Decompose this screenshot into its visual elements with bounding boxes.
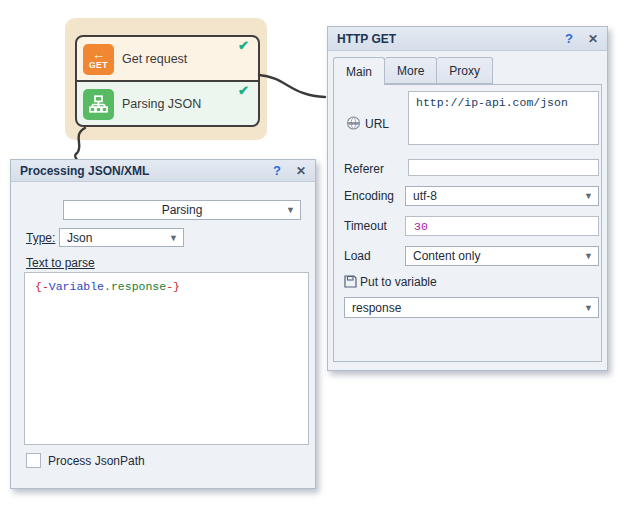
help-icon[interactable]: ? xyxy=(273,163,281,178)
code-line: {-Variable.response-} xyxy=(35,280,180,293)
tab-main[interactable]: Main xyxy=(333,57,385,85)
code-dot: . xyxy=(104,280,111,293)
caret-down-icon: ▼ xyxy=(584,251,593,261)
referer-label: Referer xyxy=(344,162,384,176)
sitemap-icon xyxy=(83,89,114,120)
mode-dropdown[interactable]: Parsing ▼ xyxy=(63,200,301,220)
close-icon[interactable]: ✕ xyxy=(588,32,598,46)
node-label: Parsing JSON xyxy=(122,82,201,125)
timeout-input[interactable]: 30 xyxy=(405,216,599,236)
text-to-parse-editor[interactable]: {-Variable.response-} xyxy=(24,272,309,445)
variable-value: response xyxy=(352,301,401,315)
panel-title: HTTP GET xyxy=(337,32,565,46)
success-check-icon: ✔ xyxy=(238,39,249,53)
success-check-icon: ✔ xyxy=(238,84,249,98)
put-to-variable-label: Put to variable xyxy=(360,275,437,289)
type-label: Type: xyxy=(26,231,55,245)
type-value: Json xyxy=(67,231,92,245)
text-to-parse-label: Text to parse xyxy=(26,256,95,270)
caret-down-icon: ▼ xyxy=(169,232,178,242)
encoding-value: utf-8 xyxy=(413,189,437,203)
flowchart-canvas: ← GET Get request ✔ Parsing JSON xyxy=(65,18,267,140)
process-jsonpath-checkbox[interactable] xyxy=(26,453,41,468)
panel-title: Processing JSON/XML xyxy=(20,164,273,178)
connector-get-to-http xyxy=(259,75,325,97)
back-arrow-icon: ← xyxy=(92,49,105,60)
load-label: Load xyxy=(344,249,371,263)
mode-value: Parsing xyxy=(162,203,203,217)
flow-node-parsing-json[interactable]: Parsing JSON ✔ xyxy=(75,80,260,127)
node-stack: ← GET Get request ✔ Parsing JSON xyxy=(75,35,260,127)
load-value: Content only xyxy=(413,249,480,263)
http-get-icon: ← GET xyxy=(83,44,114,75)
get-caption: GET xyxy=(89,60,108,70)
close-icon[interactable]: ✕ xyxy=(296,164,306,178)
svg-text:www: www xyxy=(347,121,359,126)
http-tab-bar: Main More Proxy xyxy=(333,57,493,85)
code-property: response xyxy=(111,280,166,293)
timeout-label: Timeout xyxy=(344,219,387,233)
tab-more[interactable]: More xyxy=(385,57,437,84)
url-input[interactable]: http://ip-api.com/json xyxy=(408,91,599,145)
encoding-dropdown[interactable]: utf-8 ▼ xyxy=(405,186,599,206)
referer-input[interactable] xyxy=(408,159,599,176)
processing-panel-titlebar[interactable]: Processing JSON/XML ? ✕ xyxy=(11,160,315,182)
code-open: {- xyxy=(35,280,49,293)
save-to-variable-icon xyxy=(344,274,357,292)
caret-down-icon: ▼ xyxy=(286,205,295,215)
process-jsonpath-label: Process JsonPath xyxy=(48,454,145,468)
load-dropdown[interactable]: Content only ▼ xyxy=(405,246,599,266)
flow-node-get-request[interactable]: ← GET Get request ✔ xyxy=(75,35,260,82)
url-label: URL xyxy=(365,117,389,131)
code-object: Variable xyxy=(49,280,104,293)
encoding-label: Encoding xyxy=(344,189,394,203)
variable-dropdown[interactable]: response ▼ xyxy=(344,297,599,318)
http-panel-titlebar[interactable]: HTTP GET ? ✕ xyxy=(328,27,607,51)
code-close: -} xyxy=(166,280,180,293)
http-tab-content: www URL http://ip-api.com/json Referer E… xyxy=(333,84,602,362)
http-get-panel: HTTP GET ? ✕ Main More Proxy www URL htt… xyxy=(327,26,608,371)
caret-down-icon: ▼ xyxy=(584,302,593,312)
globe-www-icon: www xyxy=(345,116,362,135)
node-label: Get request xyxy=(122,37,187,80)
processing-json-panel: Processing JSON/XML ? ✕ Parsing ▼ Type: … xyxy=(10,159,316,489)
caret-down-icon: ▼ xyxy=(584,191,593,201)
type-dropdown[interactable]: Json ▼ xyxy=(59,228,184,247)
help-icon[interactable]: ? xyxy=(565,31,573,46)
tab-proxy[interactable]: Proxy xyxy=(437,57,493,84)
